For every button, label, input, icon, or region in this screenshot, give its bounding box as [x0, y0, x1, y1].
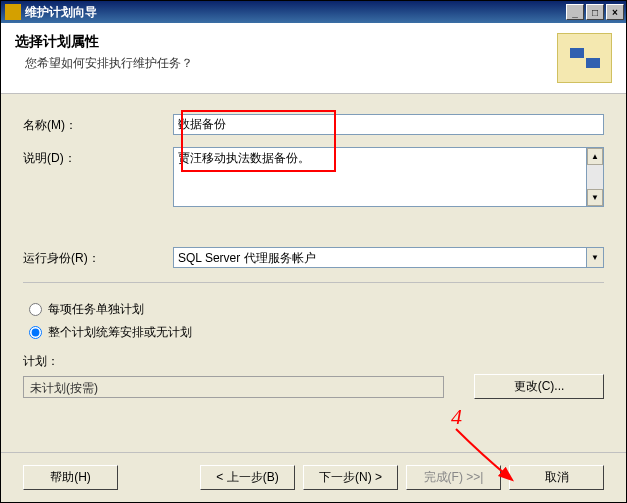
finish-button: 完成(F) >>|	[406, 465, 501, 490]
wizard-header: 选择计划属性 您希望如何安排执行维护任务？	[1, 23, 626, 94]
plan-section: 计划： 未计划(按需) 更改(C)...	[23, 353, 604, 399]
radio-separate-input[interactable]	[29, 303, 42, 316]
content-area: 名称(M)： 说明(D)： ▲ ▼ 运行身份(R)： SQL Server 代理…	[1, 94, 626, 452]
runas-select-wrap: SQL Server 代理服务帐户 ▼	[173, 247, 604, 268]
radio-single-schedule[interactable]: 整个计划统筹安排或无计划	[29, 324, 604, 341]
back-button[interactable]: < 上一步(B)	[200, 465, 295, 490]
page-subtitle: 您希望如何安排执行维护任务？	[15, 55, 547, 72]
runas-label: 运行身份(R)：	[23, 247, 173, 267]
description-input[interactable]	[173, 147, 587, 207]
divider	[23, 282, 604, 283]
page-title: 选择计划属性	[15, 33, 547, 51]
name-input[interactable]	[173, 114, 604, 135]
runas-select[interactable]: SQL Server 代理服务帐户	[173, 247, 587, 268]
name-label: 名称(M)：	[23, 114, 173, 134]
wizard-graphic-icon	[557, 33, 612, 83]
dropdown-icon[interactable]: ▼	[587, 247, 604, 268]
scroll-down-icon[interactable]: ▼	[587, 189, 603, 206]
cancel-button[interactable]: 取消	[509, 465, 604, 490]
maximize-button[interactable]: □	[586, 4, 604, 20]
window-title: 维护计划向导	[25, 4, 564, 21]
help-button[interactable]: 帮助(H)	[23, 465, 118, 490]
description-scrollbar[interactable]: ▲ ▼	[587, 147, 604, 207]
scroll-up-icon[interactable]: ▲	[587, 148, 603, 165]
annotation-number: 4	[451, 404, 462, 430]
radio-single-input[interactable]	[29, 326, 42, 339]
plan-display: 未计划(按需)	[23, 376, 444, 398]
description-wrap: ▲ ▼	[173, 147, 604, 207]
header-text: 选择计划属性 您希望如何安排执行维护任务？	[15, 33, 547, 72]
name-row: 名称(M)：	[23, 114, 604, 135]
radio-single-label: 整个计划统筹安排或无计划	[48, 324, 192, 341]
radio-separate-schedule[interactable]: 每项任务单独计划	[29, 301, 604, 318]
schedule-radio-group: 每项任务单独计划 整个计划统筹安排或无计划	[29, 301, 604, 341]
radio-separate-label: 每项任务单独计划	[48, 301, 144, 318]
next-button[interactable]: 下一步(N) >	[303, 465, 398, 490]
change-schedule-button[interactable]: 更改(C)...	[474, 374, 604, 399]
plan-row: 未计划(按需) 更改(C)...	[23, 374, 604, 399]
titlebar: 维护计划向导 _ □ ×	[1, 1, 626, 23]
wizard-footer: 帮助(H) < 上一步(B) 下一步(N) > 完成(F) >>| 取消	[1, 452, 626, 502]
description-label: 说明(D)：	[23, 147, 173, 167]
app-icon	[5, 4, 21, 20]
wizard-window: 维护计划向导 _ □ × 选择计划属性 您希望如何安排执行维护任务？ 名称(M)…	[0, 0, 627, 503]
description-row: 说明(D)： ▲ ▼	[23, 147, 604, 207]
plan-label: 计划：	[23, 353, 604, 370]
runas-row: 运行身份(R)： SQL Server 代理服务帐户 ▼	[23, 247, 604, 268]
minimize-button[interactable]: _	[566, 4, 584, 20]
close-button[interactable]: ×	[606, 4, 624, 20]
